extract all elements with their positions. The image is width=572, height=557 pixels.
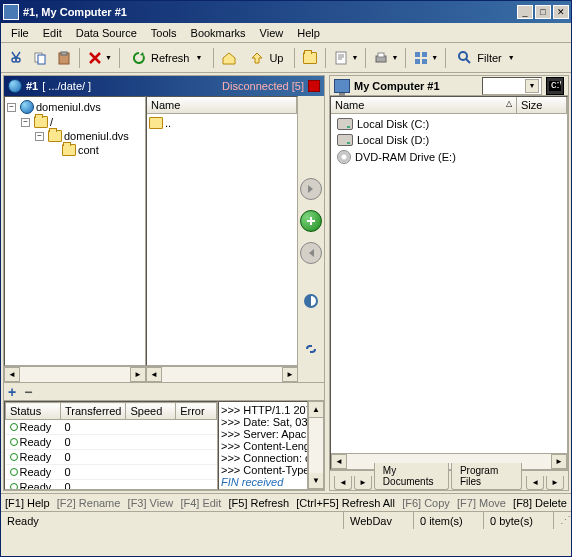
status-protocol: WebDav bbox=[343, 512, 413, 529]
remote-list-body[interactable]: .. bbox=[147, 114, 297, 365]
col-size[interactable]: Size bbox=[517, 97, 567, 113]
svg-point-11 bbox=[459, 52, 467, 60]
fkey-edit[interactable]: [F4] Edit bbox=[180, 497, 221, 509]
status-items: 0 item(s) bbox=[413, 512, 483, 529]
svg-rect-2 bbox=[59, 53, 69, 64]
local-list-body[interactable]: Local Disk (C:)Local Disk (D:)DVD-RAM Dr… bbox=[331, 114, 567, 453]
fkey-refresh-all[interactable]: [Ctrl+F5] Refresh All bbox=[296, 497, 395, 509]
sync-both-button[interactable] bbox=[300, 210, 322, 232]
remote-tree[interactable]: − domeniul.dvs − / − bbox=[4, 96, 146, 366]
properties-icon bbox=[333, 50, 349, 66]
drive-combo[interactable]: ▼ bbox=[482, 77, 542, 95]
refresh-button[interactable]: Refresh▼ bbox=[124, 47, 209, 69]
home-button[interactable] bbox=[218, 47, 240, 69]
svg-rect-15 bbox=[549, 81, 561, 91]
paste-button[interactable] bbox=[53, 47, 75, 69]
svg-point-14 bbox=[304, 294, 318, 308]
fkey-copy[interactable]: [F6] Copy bbox=[402, 497, 450, 509]
tab-scroll-left[interactable]: ◄ bbox=[526, 476, 544, 490]
parent-dir-label: .. bbox=[165, 117, 171, 129]
fkey-help[interactable]: [F1] Help bbox=[5, 497, 50, 509]
tab-program-files[interactable]: Program Files bbox=[451, 463, 522, 490]
tree-slash[interactable]: / bbox=[50, 116, 53, 128]
col-error[interactable]: Error bbox=[176, 403, 217, 420]
col-name[interactable]: Name△ bbox=[331, 97, 517, 113]
sync-left-button[interactable] bbox=[300, 242, 322, 264]
col-transferred[interactable]: Transferred bbox=[61, 403, 126, 420]
transfer-row[interactable]: Ready0 bbox=[6, 435, 217, 450]
tree-scrollbar[interactable]: ◄► bbox=[4, 366, 146, 382]
tree-root[interactable]: domeniul.dvs bbox=[36, 101, 101, 113]
tab-next-button[interactable]: ► bbox=[354, 476, 372, 490]
folder-icon bbox=[62, 144, 76, 156]
menu-edit[interactable]: Edit bbox=[37, 25, 68, 41]
drive-row[interactable]: DVD-RAM Drive (E:) bbox=[333, 148, 565, 166]
close-button[interactable]: ✕ bbox=[553, 5, 569, 19]
transfer-row[interactable]: Ready0 bbox=[6, 450, 217, 465]
drive-row[interactable]: Local Disk (D:) bbox=[333, 132, 565, 148]
fkey-rename[interactable]: [F2] Rename bbox=[57, 497, 121, 509]
refresh-label: Refresh bbox=[151, 52, 190, 64]
fkey-move[interactable]: [F7] Move bbox=[457, 497, 506, 509]
view-mode-button[interactable]: ▼ bbox=[410, 47, 441, 69]
local-scrollbar[interactable]: ◄► bbox=[331, 453, 567, 469]
tab-prev-button[interactable]: ◄ bbox=[334, 476, 352, 490]
transfer-row[interactable]: Ready0 bbox=[6, 465, 217, 480]
home-icon bbox=[221, 50, 237, 66]
list-scrollbar[interactable]: ◄► bbox=[146, 366, 298, 382]
compare-button[interactable] bbox=[300, 290, 322, 312]
drive-row[interactable]: Local Disk (C:) bbox=[333, 116, 565, 132]
tree-child2[interactable]: cont bbox=[78, 144, 99, 156]
col-name[interactable]: Name bbox=[147, 97, 297, 113]
svg-rect-5 bbox=[376, 56, 386, 62]
print-button[interactable]: ▼ bbox=[370, 47, 401, 69]
fkey-view[interactable]: [F3] View bbox=[128, 497, 174, 509]
menu-bookmarks[interactable]: Bookmarks bbox=[185, 25, 252, 41]
fkey-delete[interactable]: [F8] Delete bbox=[513, 497, 567, 509]
menu-tools[interactable]: Tools bbox=[145, 25, 183, 41]
menu-help[interactable]: Help bbox=[291, 25, 326, 41]
resize-grip-icon[interactable]: ⋰ bbox=[560, 514, 571, 527]
filter-button[interactable]: Filter▼ bbox=[450, 47, 521, 69]
tab-my-documents[interactable]: My Documents bbox=[374, 463, 449, 490]
log-panel[interactable]: >>> HTTP/1.1 207>>> Date: Sat, 03>>> Ser… bbox=[218, 401, 308, 490]
transfer-row[interactable]: Ready0 bbox=[6, 480, 217, 491]
link-button[interactable] bbox=[300, 338, 322, 360]
log-line: >>> Content-Type bbox=[221, 464, 305, 476]
tree-toggle[interactable]: − bbox=[7, 103, 16, 112]
add-connection-button[interactable]: + bbox=[8, 384, 16, 400]
properties-button[interactable]: ▼ bbox=[330, 47, 361, 69]
delete-button[interactable]: ▼ bbox=[84, 47, 115, 69]
local-list: Name△ Size Local Disk (C:)Local Disk (D:… bbox=[330, 96, 568, 470]
log-scrollbar[interactable]: ▲▼ bbox=[308, 401, 324, 490]
remove-connection-button[interactable]: − bbox=[24, 384, 32, 400]
folder-icon bbox=[34, 116, 48, 128]
log-line: FIN received bbox=[221, 476, 305, 488]
paste-icon bbox=[56, 50, 72, 66]
cut-button[interactable] bbox=[5, 47, 27, 69]
tree-toggle[interactable]: − bbox=[21, 118, 30, 127]
up-button[interactable]: Up bbox=[242, 47, 290, 69]
menu-data-source[interactable]: Data Source bbox=[70, 25, 143, 41]
tree-toggle[interactable]: − bbox=[35, 132, 44, 141]
col-status[interactable]: Status bbox=[6, 403, 61, 420]
tab-scroll-right[interactable]: ► bbox=[546, 476, 564, 490]
maximize-button[interactable]: □ bbox=[535, 5, 551, 19]
svg-rect-6 bbox=[378, 53, 384, 57]
dvd-icon bbox=[337, 150, 351, 164]
sync-right-button[interactable] bbox=[300, 178, 322, 200]
minimize-button[interactable]: _ bbox=[517, 5, 533, 19]
stop-icon[interactable] bbox=[308, 80, 320, 92]
copy-button[interactable] bbox=[29, 47, 51, 69]
up-icon bbox=[249, 50, 265, 66]
col-speed[interactable]: Speed bbox=[126, 403, 176, 420]
transfer-queue[interactable]: Status Transferred Speed Error Ready0Rea… bbox=[4, 401, 218, 490]
open-folder-button[interactable] bbox=[299, 47, 321, 69]
fkey-refresh[interactable]: [F5] Refresh bbox=[229, 497, 290, 509]
terminal-button[interactable]: c:\ bbox=[546, 77, 564, 95]
menu-view[interactable]: View bbox=[254, 25, 290, 41]
tree-child1[interactable]: domeniul.dvs bbox=[64, 130, 129, 142]
menu-file[interactable]: File bbox=[5, 25, 35, 41]
transfer-row[interactable]: Ready0 bbox=[6, 420, 217, 435]
parent-dir-row[interactable]: .. bbox=[149, 116, 295, 130]
